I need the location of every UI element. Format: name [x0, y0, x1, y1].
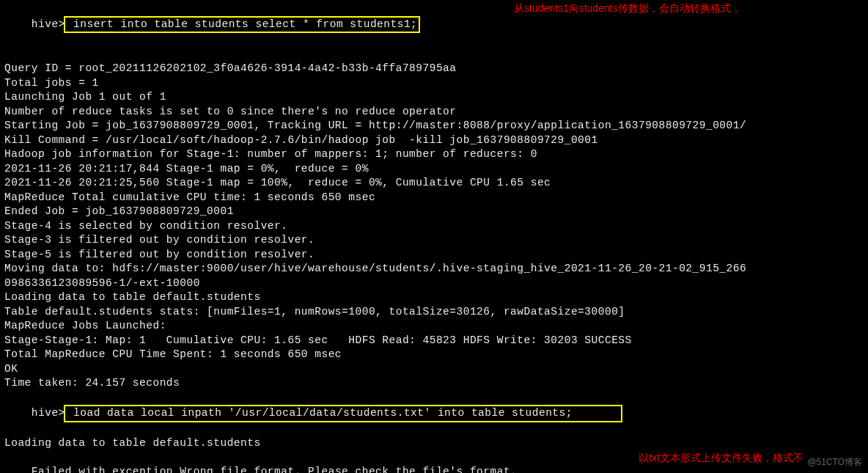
- output-line: Hadoop job information for Stage-1: numb…: [4, 147, 864, 162]
- terminal-output[interactable]: hive> insert into table students select …: [4, 1, 864, 473]
- output-line: Kill Command = /usr/local/soft/hadoop-2.…: [4, 133, 864, 148]
- prompt: hive>: [32, 18, 65, 30]
- output-line: Launching Job 1 out of 1: [4, 90, 864, 105]
- output-line: Table default.students stats: [numFiles=…: [4, 305, 864, 320]
- highlighted-command-1: insert into table students select * from…: [64, 16, 420, 34]
- output-line: Loading data to table default.students: [4, 436, 864, 451]
- output-line: Failed with exception Wrong file format.…: [4, 451, 864, 474]
- watermark: @51CTO博客: [807, 455, 862, 470]
- annotation-bottom-1: 以txt文本形式上传文件失败，格式不: [639, 451, 803, 466]
- output-line: Number of reduce tasks is set to 0 since…: [4, 105, 864, 120]
- highlighted-command-2: load data local inpath '/usr/local/data/…: [64, 405, 623, 422]
- output-line: Starting Job = job_1637908809729_0001, T…: [4, 119, 864, 133]
- output-line: Total MapReduce CPU Time Spent: 1 second…: [4, 348, 864, 362]
- command-line-2: hive> load data local inpath '/usr/local…: [4, 391, 864, 437]
- output-line: Query ID = root_20211126202102_3f0a4626-…: [4, 62, 864, 76]
- output-line: Time taken: 24.157 seconds: [4, 376, 864, 391]
- output-line: Stage-3 is filtered out by condition res…: [4, 233, 864, 248]
- output-line: Moving data to: hdfs://master:9000/user/…: [4, 262, 864, 276]
- output-line: Loading data to table default.students: [4, 290, 864, 305]
- output-line: Stage-5 is filtered out by condition res…: [4, 248, 864, 263]
- output-line: Stage-Stage-1: Map: 1 Cumulative CPU: 1.…: [4, 334, 864, 348]
- output-line: MapReduce Jobs Launched:: [4, 319, 864, 334]
- command-line-1: hive> insert into table students select …: [4, 1, 864, 62]
- output-line: 0986336123089596-1/-ext-10000: [4, 276, 864, 291]
- output-line: Stage-4 is selected by condition resolve…: [4, 219, 864, 234]
- error-text: Failed with exception Wrong file format.…: [32, 466, 518, 473]
- annotation-top: 从students1向students传数据，会自动转换格式，: [514, 1, 741, 16]
- output-line: Total jobs = 1: [4, 76, 864, 91]
- output-line: OK: [4, 362, 864, 377]
- prompt: hive>: [32, 407, 65, 419]
- output-line: 2021-11-26 20:21:17,844 Stage-1 map = 0%…: [4, 162, 864, 177]
- output-line: MapReduce Total cumulative CPU time: 1 s…: [4, 191, 864, 205]
- output-line: 2021-11-26 20:21:25,560 Stage-1 map = 10…: [4, 176, 864, 191]
- output-line: Ended Job = job_1637908809729_0001: [4, 205, 864, 219]
